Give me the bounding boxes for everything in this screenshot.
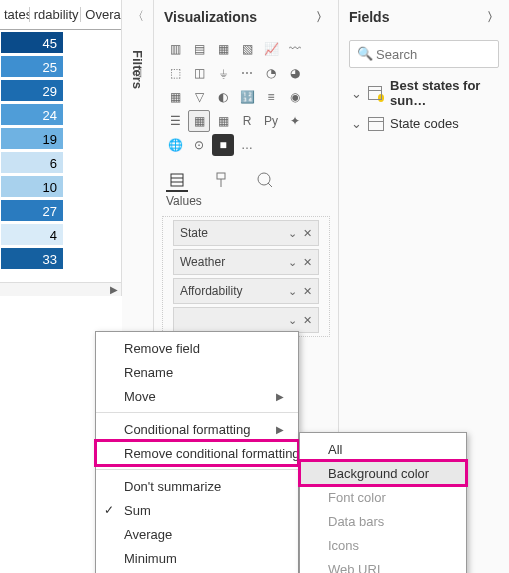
menu-item[interactable]: Rename: [96, 360, 298, 384]
collapse-fields-icon[interactable]: 〉: [487, 9, 499, 26]
viz-type-qna[interactable]: ⊙: [188, 134, 210, 156]
submenu-item-label: All: [328, 442, 342, 457]
filters-label: Filters: [130, 50, 145, 89]
field-well-label: Weather: [180, 255, 225, 269]
svg-rect-3: [217, 173, 225, 179]
viz-type-gauge[interactable]: ◐: [212, 86, 234, 108]
table-row[interactable]: 19: [0, 126, 121, 150]
viz-type-scatter[interactable]: ⋯: [236, 62, 258, 84]
menu-item[interactable]: Conditional formatting▶: [96, 417, 298, 441]
menu-item-label: Conditional formatting: [124, 422, 250, 437]
fields-table-name: Best states for sun…: [390, 78, 497, 108]
field-well-label: Affordability: [180, 284, 242, 298]
menu-item[interactable]: Average: [96, 522, 298, 546]
viz-type-clustered-bar[interactable]: ▥: [164, 38, 186, 60]
col-header-states[interactable]: tates ▾ i ···: [0, 7, 30, 22]
viz-type-py[interactable]: Py: [260, 110, 282, 132]
menu-item[interactable]: Don't summarize: [96, 474, 298, 498]
table-body: 452529241961027433: [0, 30, 121, 270]
chevron-down-icon[interactable]: ⌄: [351, 86, 362, 101]
fields-tab-icon[interactable]: [166, 170, 188, 192]
menu-item-label: Remove field: [124, 341, 200, 356]
viz-type-card[interactable]: 🔢: [236, 86, 258, 108]
remove-field-icon[interactable]: ✕: [303, 227, 312, 240]
affordability-cell: 4: [0, 223, 64, 246]
table-row[interactable]: 25: [0, 54, 121, 78]
viz-type-line[interactable]: 📈: [260, 38, 282, 60]
visualizations-header[interactable]: Visualizations 〉: [154, 0, 338, 34]
submenu-item: Data bars: [300, 509, 466, 533]
viz-type-paginated[interactable]: ■: [212, 134, 234, 156]
viz-type-kpi[interactable]: ◉: [284, 86, 306, 108]
viz-type-slicer[interactable]: ☰: [164, 110, 186, 132]
viz-type-r[interactable]: R: [236, 110, 258, 132]
viz-type-matrix[interactable]: ▦: [212, 110, 234, 132]
viz-type-stacked-bar[interactable]: ▤: [188, 38, 210, 60]
submenu-item[interactable]: Background color: [300, 461, 466, 485]
chevron-down-icon[interactable]: ⌄: [288, 227, 297, 240]
table-row[interactable]: 33: [0, 246, 121, 270]
viz-type-donut[interactable]: ◕: [284, 62, 306, 84]
viz-type-decomposition-tree[interactable]: 🌐: [164, 134, 186, 156]
chevron-down-icon[interactable]: ⌄: [288, 314, 297, 327]
analytics-tab-icon[interactable]: [254, 170, 276, 192]
col-header-affordability[interactable]: rdability: [30, 7, 82, 22]
affordability-cell: 25: [0, 55, 64, 78]
viz-type-multi-row-card[interactable]: ≡: [260, 86, 282, 108]
submenu-item[interactable]: All: [300, 437, 466, 461]
viz-type-ribbon[interactable]: ◫: [188, 62, 210, 84]
table-row[interactable]: 24: [0, 102, 121, 126]
viz-type-clustered-column[interactable]: ▦: [212, 38, 234, 60]
menu-item[interactable]: Remove field: [96, 336, 298, 360]
remove-field-icon[interactable]: ✕: [303, 314, 312, 327]
table-icon: [368, 117, 384, 131]
fields-header[interactable]: Fields 〉: [339, 0, 509, 34]
expand-filters-icon[interactable]: 〈: [132, 8, 144, 25]
viz-type-more[interactable]: …: [236, 134, 258, 156]
fields-table-row[interactable]: ⌄State codes: [339, 112, 509, 135]
submenu-item: Web URL: [300, 557, 466, 573]
viz-type-key-influencers[interactable]: ✦: [284, 110, 306, 132]
chevron-down-icon[interactable]: ⌄: [288, 256, 297, 269]
submenu-item-label: Icons: [328, 538, 359, 553]
affordability-cell: 27: [0, 199, 64, 222]
scroll-right-icon[interactable]: ▶: [107, 284, 121, 295]
table-row[interactable]: 45: [0, 30, 121, 54]
viz-type-area[interactable]: 〰: [284, 38, 306, 60]
viz-type-waterfall[interactable]: ⏚: [212, 62, 234, 84]
remove-field-icon[interactable]: ✕: [303, 285, 312, 298]
fields-tables-list: ⌄Best states for sun…⌄State codes: [339, 74, 509, 135]
viz-type-funnel[interactable]: ▽: [188, 86, 210, 108]
menu-item[interactable]: Remove conditional formatting▶: [96, 441, 298, 465]
viz-type-line-stacked-column[interactable]: ⬚: [164, 62, 186, 84]
affordability-cell: 19: [0, 127, 64, 150]
viz-type-pie[interactable]: ◔: [260, 62, 282, 84]
col-header-overall[interactable]: Overal: [81, 7, 121, 22]
field-well[interactable]: ⌄✕: [173, 307, 319, 333]
remove-conditional-formatting-submenu[interactable]: AllBackground colorFont colorData barsIc…: [299, 432, 467, 573]
table-row[interactable]: 4: [0, 222, 121, 246]
field-well[interactable]: Affordability⌄✕: [173, 278, 319, 304]
viz-type-table[interactable]: ▦: [188, 110, 210, 132]
menu-item[interactable]: Minimum: [96, 546, 298, 570]
horizontal-scrollbar[interactable]: ▶: [0, 282, 121, 296]
field-well[interactable]: State⌄✕: [173, 220, 319, 246]
field-well[interactable]: Weather⌄✕: [173, 249, 319, 275]
chevron-down-icon[interactable]: ⌄: [351, 116, 362, 131]
chevron-down-icon[interactable]: ⌄: [288, 285, 297, 298]
viz-type-treemap[interactable]: ▦: [164, 86, 186, 108]
table-row[interactable]: 6: [0, 150, 121, 174]
field-context-menu[interactable]: Remove fieldRenameMove▶Conditional forma…: [95, 331, 299, 573]
menu-item[interactable]: ✓Sum: [96, 498, 298, 522]
collapse-viz-icon[interactable]: 〉: [316, 9, 328, 26]
table-row[interactable]: 10: [0, 174, 121, 198]
fields-table-row[interactable]: ⌄Best states for sun…: [339, 74, 509, 112]
table-row[interactable]: 29: [0, 78, 121, 102]
menu-item-label: Remove conditional formatting: [124, 446, 300, 461]
affordability-cell: 45: [0, 31, 64, 54]
viz-type-stacked-column[interactable]: ▧: [236, 38, 258, 60]
remove-field-icon[interactable]: ✕: [303, 256, 312, 269]
format-tab-icon[interactable]: [210, 170, 232, 192]
table-row[interactable]: 27: [0, 198, 121, 222]
menu-item[interactable]: Move▶: [96, 384, 298, 408]
